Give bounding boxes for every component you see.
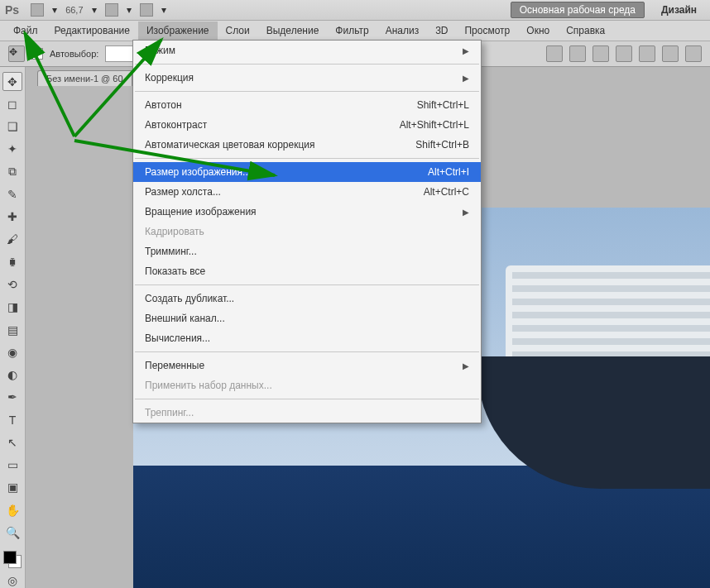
menu-item[interactable]: Показать все	[133, 261, 481, 281]
menu-item-label: Вычисления...	[145, 332, 210, 344]
workspace-button[interactable]: Основная рабочая среда	[511, 2, 645, 18]
3d-tool[interactable]: ▣	[2, 478, 22, 497]
menu-item-label: Вращение изображения	[145, 206, 257, 218]
menu-item-shortcut: Alt+Ctrl+I	[428, 166, 469, 178]
align-icon[interactable]	[662, 45, 679, 62]
quickmask-toggle[interactable]: ◎	[2, 571, 22, 588]
dodge-tool[interactable]: ◐	[2, 365, 22, 384]
menu-item[interactable]: Вращение изображения▶	[133, 202, 481, 222]
menu-файл[interactable]: Файл	[5, 22, 46, 40]
menu-separator	[135, 351, 479, 352]
align-icon[interactable]	[639, 45, 655, 62]
menu-item-label: Автоконтраст	[145, 119, 207, 131]
menu-item[interactable]: Коррекция▶	[133, 68, 481, 88]
menu-item-shortcut: Shift+Ctrl+B	[415, 139, 469, 151]
menu-item: Применить набор данных...	[133, 375, 481, 395]
menu-item-label: Размер изображения...	[145, 166, 251, 178]
menu-item-label: Применить набор данных...	[145, 380, 272, 391]
menu-редактирование[interactable]: Редактирование	[46, 22, 138, 40]
zoom-level[interactable]: 66,7	[65, 5, 83, 15]
menu-фильтр[interactable]: Фильтр	[327, 22, 377, 40]
menu-справка[interactable]: Справка	[558, 22, 613, 40]
menu-просмотр[interactable]: Просмотр	[456, 22, 518, 40]
menu-item-shortcut: Shift+Ctrl+L	[417, 99, 469, 111]
menu-item-label: Коррекция	[145, 72, 194, 84]
menu-item-label: Создать дубликат...	[145, 293, 234, 304]
menu-item[interactable]: Размер изображения...Alt+Ctrl+I	[133, 162, 481, 182]
menu-item-label: Режим	[145, 45, 175, 56]
submenu-arrow-icon: ▶	[463, 361, 469, 370]
distribute-icon[interactable]	[685, 45, 702, 62]
pen-tool[interactable]: ✒	[2, 388, 22, 407]
menu-анализ[interactable]: Анализ	[377, 22, 428, 40]
menu-3d[interactable]: 3D	[427, 22, 456, 40]
title-bar: Ps ▾ 66,7 ▾ ▾ ▾ Основная рабочая среда Д…	[0, 0, 710, 21]
menu-bar: ФайлРедактированиеИзображениеСлоиВыделен…	[0, 21, 710, 41]
move-tool[interactable]: ✥	[2, 72, 22, 91]
menu-separator	[135, 158, 479, 159]
menu-separator	[135, 64, 479, 65]
align-icon[interactable]	[616, 45, 632, 62]
menu-item-label: Показать все	[145, 265, 205, 277]
menu-item[interactable]: Создать дубликат...	[133, 289, 481, 308]
zoom-tool[interactable]: 🔍	[2, 523, 22, 542]
gradient-tool[interactable]: ▤	[2, 320, 22, 339]
eraser-tool[interactable]: ◨	[2, 298, 22, 317]
align-icon[interactable]	[546, 45, 563, 62]
design-workspace-button[interactable]: Дизайн	[653, 2, 705, 17]
menu-item-shortcut: Alt+Ctrl+C	[424, 186, 469, 198]
dropdown-arrow-icon[interactable]: ▾	[92, 4, 97, 16]
menu-separator	[135, 91, 479, 92]
dropdown-arrow-icon[interactable]: ▾	[161, 4, 166, 16]
shape-tool[interactable]: ▭	[2, 456, 22, 475]
marquee-tool[interactable]: ◻	[2, 94, 22, 113]
lasso-tool[interactable]: ❑	[2, 117, 22, 136]
menu-item[interactable]: Режим▶	[133, 41, 481, 60]
blur-tool[interactable]: ◉	[2, 342, 22, 361]
color-swatches[interactable]	[3, 551, 22, 568]
menu-separator	[135, 284, 479, 285]
heal-tool[interactable]: ✚	[2, 208, 22, 227]
submenu-arrow-icon: ▶	[463, 208, 469, 217]
menu-изображение[interactable]: Изображение	[138, 22, 218, 40]
menu-item[interactable]: Переменные▶	[133, 356, 481, 375]
autoselect-label: Автовыбор:	[50, 49, 98, 59]
submenu-arrow-icon: ▶	[463, 46, 469, 55]
arrange-icon[interactable]	[140, 3, 153, 17]
menu-окно[interactable]: Окно	[518, 22, 558, 40]
menu-item-label: Кадрировать	[145, 226, 204, 237]
view-icon[interactable]	[105, 3, 118, 17]
menu-item: Кадрировать	[133, 222, 481, 241]
align-icon[interactable]	[592, 45, 609, 62]
dropdown-arrow-icon[interactable]: ▾	[52, 4, 57, 16]
menu-слои[interactable]: Слои	[218, 22, 258, 40]
menu-item[interactable]: АвтотонShift+Ctrl+L	[133, 95, 481, 115]
menu-item[interactable]: Внешний канал...	[133, 308, 481, 328]
menu-item[interactable]: Автоматическая цветовая коррекцияShift+C…	[133, 135, 481, 155]
history-tool[interactable]: ⟲	[2, 275, 22, 294]
menu-item-label: Тримминг...	[145, 246, 197, 257]
crop-tool[interactable]: ⧉	[2, 162, 22, 181]
menu-item[interactable]: Вычисления...	[133, 328, 481, 348]
hand-tool[interactable]: ✋	[2, 500, 22, 519]
menu-item: Треппинг...	[133, 403, 481, 423]
menu-item-label: Автоматическая цветовая коррекция	[145, 139, 315, 151]
brush-tool[interactable]: 🖌	[2, 230, 22, 249]
dropdown-arrow-icon[interactable]: ▾	[127, 4, 132, 16]
stamp-tool[interactable]: ⧯	[2, 252, 22, 271]
screen-mode-icon[interactable]	[31, 3, 44, 17]
menu-item[interactable]: Тримминг...	[133, 241, 481, 261]
align-icon[interactable]	[569, 45, 586, 62]
move-tool-icon: ✥	[8, 45, 25, 62]
wand-tool[interactable]: ✦	[2, 140, 22, 159]
autoselect-checkbox[interactable]	[31, 48, 43, 60]
menu-item[interactable]: АвтоконтрастAlt+Shift+Ctrl+L	[133, 115, 481, 135]
document-tab[interactable]: Без имени-1 @ 60	[37, 70, 132, 86]
path-tool[interactable]: ↖	[2, 433, 22, 452]
toolbox: ✥◻❑✦⧉✎✚🖌⧯⟲◨▤◉◐✒T↖▭▣✋🔍◎	[0, 67, 26, 588]
menu-выделение[interactable]: Выделение	[258, 22, 328, 40]
menu-item-label: Переменные	[145, 360, 204, 371]
eyedrop-tool[interactable]: ✎	[2, 184, 22, 203]
menu-item[interactable]: Размер холста...Alt+Ctrl+C	[133, 182, 481, 202]
type-tool[interactable]: T	[2, 410, 22, 429]
